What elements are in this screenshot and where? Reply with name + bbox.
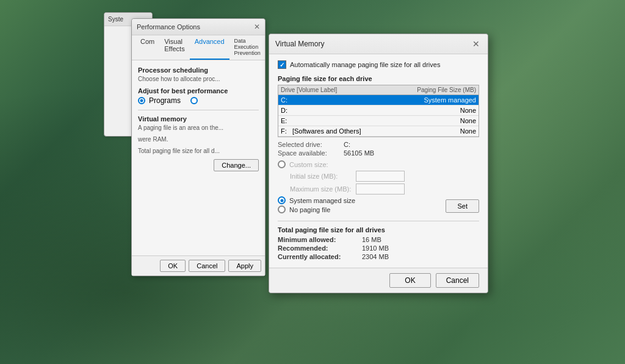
tab-advanced[interactable]: Advanced [190, 35, 229, 60]
recommended-label: Recommended: [278, 244, 357, 252]
tab-com[interactable]: Com [135, 35, 159, 60]
currently-allocated-label: Currently allocated: [278, 253, 357, 260]
perf-title: Performance Options [137, 23, 200, 30]
programs-radio-row: Programs [138, 96, 259, 105]
space-available-label: Space available: [278, 149, 339, 157]
custom-size-radio[interactable] [278, 160, 286, 168]
sys-title: Syste [108, 16, 123, 23]
vm-close-button[interactable]: ✕ [471, 38, 482, 49]
paging-size-header: Paging File Size (MB) [378, 87, 476, 93]
perf-cancel-button[interactable]: Cancel [189, 260, 225, 272]
total-section: Total paging file size for all drives Mi… [278, 226, 479, 260]
initial-size-input[interactable] [356, 171, 405, 182]
perf-titlebar: Performance Options ✕ [132, 19, 265, 35]
min-allowed-value: 16 MB [362, 236, 381, 243]
paging-title: Paging file size for each drive [278, 75, 479, 82]
programs-label: Programs [149, 96, 181, 105]
table-row-c[interactable]: C: System managed [278, 95, 479, 105]
vm-ok-button[interactable]: OK [389, 273, 430, 288]
vm-bottom-buttons: OK Cancel [269, 268, 488, 293]
background-radio[interactable] [190, 97, 198, 104]
divider [278, 221, 479, 221]
perf-close-icon[interactable]: ✕ [254, 23, 260, 31]
virt-section-title: Virtual memory [138, 115, 259, 123]
perf-content: Processor scheduling Choose how to alloc… [132, 60, 265, 255]
size-c: System managed [378, 96, 476, 104]
virt-desc2: were RAM. [138, 136, 259, 143]
size-f: None [378, 127, 476, 135]
vm-titlebar: Virtual Memory ✕ [269, 34, 488, 54]
tab-dep[interactable]: Data Execution Prevention [229, 35, 266, 60]
programs-radio[interactable] [138, 97, 145, 104]
space-available-value: 56105 MB [344, 149, 374, 157]
perf-ok-button[interactable]: OK [160, 260, 186, 272]
no-paging-label: No paging file [289, 206, 330, 213]
vm-cancel-button[interactable]: Cancel [436, 273, 479, 288]
selected-drive-label: Selected drive: [278, 141, 339, 148]
auto-manage-label: Automatically manage paging file size fo… [290, 61, 440, 68]
maximum-size-label: Maximum size (MB): [290, 185, 351, 193]
auto-manage-row: Automatically manage paging file size fo… [278, 60, 479, 69]
no-paging-radio[interactable] [278, 205, 286, 213]
custom-size-row: Custom size: [278, 160, 479, 168]
selected-drive-value: C: [344, 141, 350, 148]
table-row-d[interactable]: D: None [278, 105, 479, 116]
set-button[interactable]: Set [446, 199, 479, 213]
maximum-size-row: Maximum size (MB): [278, 184, 479, 194]
tab-visual-effects[interactable]: Visual Effects [159, 35, 189, 60]
total-title: Total paging file size for all drives [278, 226, 479, 234]
perf-bottom-buttons: OK Cancel Apply [132, 255, 265, 276]
min-allowed-row: Minimum allowed: 16 MB [278, 236, 479, 243]
perf-tabs: Com Visual Effects Advanced Data Executi… [132, 35, 265, 60]
perf-section-title: Adjust for best performance [138, 87, 259, 95]
performance-options-window: Performance Options ✕ Com Visual Effects… [131, 18, 266, 276]
radio-section: Custom size: Initial size (MB): Maximum … [278, 160, 479, 216]
space-available-row: Space available: 56105 MB [278, 149, 479, 157]
size-d: None [378, 107, 476, 114]
drive-e: E: [281, 117, 378, 124]
no-paging-row: No paging file [278, 205, 355, 213]
perf-apply-button[interactable]: Apply [228, 260, 261, 272]
selected-drive-section: Selected drive: C: Space available: 5610… [278, 141, 479, 157]
currently-allocated-row: Currently allocated: 2304 MB [278, 253, 479, 260]
virt-desc3: Total paging file size for all d... [138, 148, 259, 154]
recommended-row: Recommended: 1910 MB [278, 244, 479, 252]
recommended-value: 1910 MB [362, 244, 389, 252]
initial-size-label: Initial size (MB): [290, 173, 351, 180]
drive-c: C: [281, 96, 378, 104]
system-managed-label: System managed size [289, 197, 355, 204]
drives-table: Drive [Volume Label] Paging File Size (M… [278, 85, 479, 137]
initial-size-row: Initial size (MB): [278, 171, 479, 182]
change-button[interactable]: Change... [214, 159, 259, 171]
system-managed-row: System managed size [278, 196, 355, 204]
processor-section-title: Processor scheduling [138, 66, 259, 74]
currently-allocated-value: 2304 MB [362, 253, 389, 260]
maximum-size-input[interactable] [356, 184, 405, 194]
table-row-f[interactable]: F: [Softwares and Others] None [278, 126, 479, 137]
min-allowed-label: Minimum allowed: [278, 236, 357, 243]
system-managed-radio[interactable] [278, 196, 286, 204]
auto-manage-checkbox[interactable] [278, 60, 286, 69]
selected-drive-row: Selected drive: C: [278, 141, 479, 148]
virt-desc1: A paging file is an area on the... [138, 124, 259, 131]
size-e: None [378, 117, 476, 124]
table-header: Drive [Volume Label] Paging File Size (M… [278, 85, 479, 95]
custom-size-label: Custom size: [289, 161, 328, 168]
vm-content: Automatically manage paging file size fo… [269, 54, 488, 268]
vm-title: Virtual Memory [275, 40, 324, 48]
drive-f: F: [Softwares and Others] [281, 127, 378, 135]
virt-memory-section: Virtual memory A paging file is an area … [138, 110, 259, 171]
drive-d: D: [281, 107, 378, 114]
processor-section-desc: Choose how to allocate proc... [138, 76, 259, 82]
drive-header: Drive [Volume Label] [281, 87, 378, 93]
table-row-e[interactable]: E: None [278, 116, 479, 126]
virtual-memory-dialog: Virtual Memory ✕ Automatically manage pa… [269, 34, 488, 293]
